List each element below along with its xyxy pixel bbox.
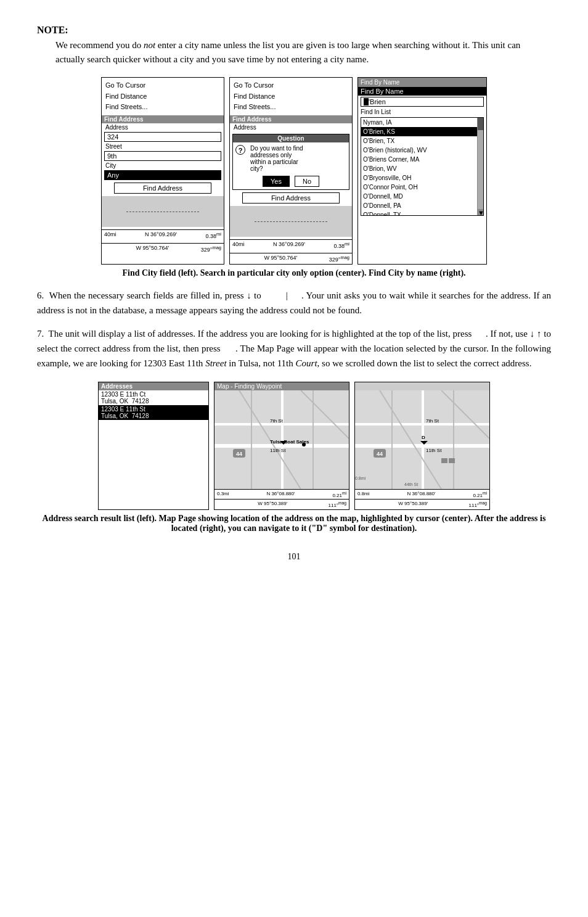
addr-item-0-line1: 12303 E 11th Ct [101,391,206,398]
map-right-scale: 0.8mi [357,491,370,498]
panel-find-address-city: Go To Cursor Find Distance Find Streets.… [101,77,224,265]
panel1-value-address: 324 [104,132,221,142]
panel1-section-title: Find Address [102,115,224,123]
court-italic: Court [296,358,317,368]
panel2-scale: 40mi [232,241,245,249]
no-button[interactable]: No [295,176,319,187]
panel1-scale: 40mi [104,231,116,239]
address-list-panel: Addresses 12303 E 11th Ct Tulsa, OK 7412… [98,382,209,510]
panel2-dist: 0.38mi [334,241,349,249]
street-italic: Street [205,358,226,368]
panel2-lon: W 95°50.764' [264,255,297,263]
map-area-center: 44 Tulsa Boat Sales 11th St 7th St [214,390,349,489]
svg-text:11th St: 11th St [270,448,286,453]
q-line4: city? [250,165,303,172]
panel1-label-city: City [102,162,224,170]
map-right-dist: 0.21mi [473,491,487,498]
panel3-list-items: Nyman, IA O'Brien, KS O'Brien, TX O'Brie… [361,118,477,215]
note-body: We recommend you do not enter a city nam… [55,38,551,66]
map-svg-center: 44 Tulsa Boat Sales 11th St 7th St [214,390,349,489]
question-text: Do you want to find addresses only withi… [250,145,303,172]
panel3-title: Find By Name [358,78,486,87]
panel1-dist: 0.38mi [206,231,221,239]
addr-panel-title: Addresses [99,382,208,390]
svg-text:0.8mi: 0.8mi [355,476,366,480]
map-panel-center: Map - Finding Waypoint 44 Tulsa Boat Sa [214,382,349,510]
map-coords-center: 0.3mi N 36°08.880' 0.21mi [214,489,349,500]
map-right-lon: W 95°50.389' [398,501,428,508]
addr-item-1-line1: 12303 E 11th St [101,406,206,413]
panel2-menu-find-distance: Find Distance [234,91,348,102]
list-item-6: O'Bryonsville, OH [361,173,477,183]
note-italic-word: not [144,40,155,50]
panel2-map-line [255,221,328,222]
question-icon: ? [235,145,245,155]
panel1-lon: W 95°50.764' [136,245,169,253]
svg-point-14 [302,443,306,446]
map-title-bar-right [355,382,489,390]
panel1-coords2: W 95°50.764' 329°mag [102,243,224,254]
panel1-value-street: 9th [104,151,221,161]
addr-item-0-line2: Tulsa, OK 74128 [101,398,206,405]
panel1-label-street: Street [102,142,224,150]
panel2-menu-goto-cursor: Go To Cursor [234,80,348,91]
panel2-section-title: Find Address [230,115,352,123]
panel3-input[interactable]: 'Brien [361,97,484,107]
panel-find-address-question: Go To Cursor Find Distance Find Streets.… [229,77,353,265]
panel1-menu-find-distance: Find Distance [105,91,220,102]
addr-item-1[interactable]: 12303 E 11th St Tulsa, OK 74128 [99,405,208,420]
caption-1-text: Find City field (left). Search in partic… [122,268,465,278]
panel1-menu-find-streets: Find Streets... [105,102,220,113]
svg-text:11th St: 11th St [426,448,442,453]
map-right-lat: N 36°08.880' [407,491,435,498]
panel3-find-by-name-item[interactable]: Find By Name [358,87,486,96]
svg-rect-30 [449,458,455,463]
svg-text:44: 44 [236,451,242,457]
caption-1: Find City field (left). Search in partic… [37,268,551,278]
list-item-5: O'Brion, WV [361,164,477,173]
yes-button[interactable]: Yes [263,176,290,187]
caption-2-text: Address search result list (left). Map P… [43,514,546,533]
note-title: NOTE: [37,25,551,36]
panel2-menu-find-streets: Find Streets... [234,102,348,113]
panel3-cursor [364,98,369,105]
panels-row-2: Addresses 12303 E 11th Ct Tulsa, OK 7412… [37,382,551,510]
map-dist: 0.21mi [332,491,346,498]
map-lon: W 95°50.389' [258,501,287,508]
map-scale: 0.3mi [217,491,229,498]
panel2-find-button[interactable]: Find Address [242,192,340,204]
map-area-right: 44 11th St 7th St D 0.8mi 44th St [355,390,489,489]
svg-text:44th St: 44th St [404,482,418,487]
panel1-value-city: Any [104,170,221,180]
panel2-address-label: Address [230,123,352,131]
q-line2: addresses only [250,152,303,158]
page-number: 101 [37,552,551,562]
panel2-menu: Go To Cursor Find Distance Find Streets.… [230,78,352,115]
map-right-mag: 111°mag [469,501,488,508]
svg-text:D: D [422,435,425,440]
panel2-map [230,206,352,237]
map-coords-right: 0.8mi N 36°08.880' 0.21mi [355,489,489,500]
panel1-coords: 40mi N 36°09.269' 0.38mi [102,229,224,241]
scrollbar-arrow-down: ▼ [478,209,483,215]
question-buttons: Yes No [235,176,346,187]
panel1-map-line [126,212,200,212]
q-line3: within a particular [250,158,303,165]
addr-item-0: 12303 E 11th Ct Tulsa, OK 74128 [99,390,208,405]
panel3-list: Nyman, IA O'Brien, KS O'Brien, TX O'Brie… [361,117,484,216]
panel2-question-title: Question [233,134,349,142]
map-svg-right: 44 11th St 7th St D 0.8mi 44th St [355,390,489,489]
panel1-find-button[interactable]: Find Address [114,183,211,194]
map-coords-right2: W 95°50.389' 111°mag [355,499,489,509]
panel1-label-address: Address [102,123,224,131]
panel2-lat: N 36°09.269' [273,241,305,249]
list-item-1[interactable]: O'Brien, KS [361,127,477,136]
list-item-8: O'Donnell, MD [361,192,477,201]
addr-item-1-line2: Tulsa, OK 74128 [101,413,206,419]
panel2-coords2: W 95°50.764' 329°mag [230,253,352,264]
panel2-mag: 329°mag [329,255,349,263]
panel3-scrollbar[interactable]: ▼ [477,118,483,215]
panel-find-by-name: Find By Name Find By Name 'Brien Find In… [357,77,487,265]
list-item-4: O'Briens Corner, MA [361,155,477,164]
panel2-question-box: Question ? Do you want to find addresses… [232,134,349,190]
